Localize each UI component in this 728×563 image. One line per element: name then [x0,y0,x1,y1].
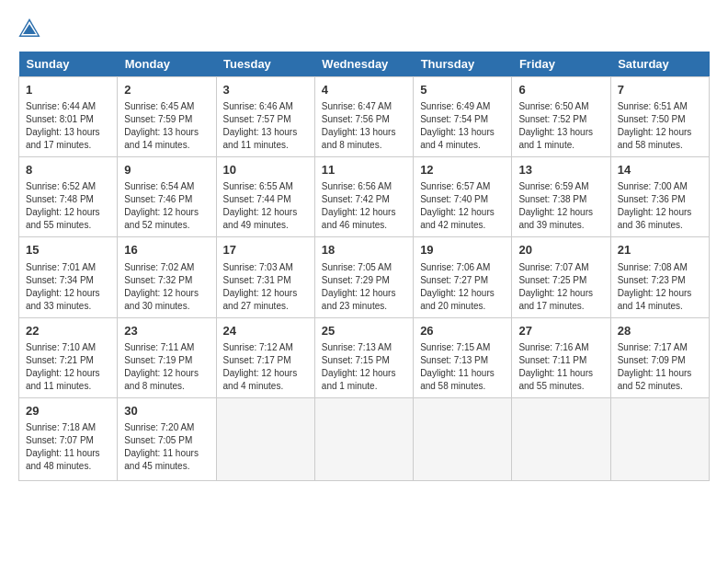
day-number: 30 [124,403,209,419]
calendar-cell: 19Sunrise: 7:06 AM Sunset: 7:27 PM Dayli… [414,237,512,317]
day-info: Sunrise: 6:52 AM Sunset: 7:48 PM Dayligh… [26,180,110,232]
day-number: 17 [223,242,308,259]
day-info: Sunrise: 7:16 AM Sunset: 7:11 PM Dayligh… [518,341,603,393]
week-row-5: 29Sunrise: 7:18 AM Sunset: 7:07 PM Dayli… [19,397,710,480]
calendar-table: SundayMondayTuesdayWednesdayThursdayFrid… [18,52,710,481]
day-number: 4 [322,82,406,98]
header-thursday: Thursday [414,52,512,77]
calendar-cell: 3Sunrise: 6:46 AM Sunset: 7:57 PM Daylig… [216,77,314,157]
calendar-cell: 23Sunrise: 7:11 AM Sunset: 7:19 PM Dayli… [118,317,216,397]
calendar-cell: 7Sunrise: 6:51 AM Sunset: 7:50 PM Daylig… [610,77,709,157]
day-info: Sunrise: 7:05 AM Sunset: 7:29 PM Dayligh… [322,261,406,313]
header-saturday: Saturday [610,52,709,77]
header-friday: Friday [512,52,610,77]
day-number: 6 [518,82,603,98]
day-number: 9 [124,162,209,178]
calendar-cell: 5Sunrise: 6:49 AM Sunset: 7:54 PM Daylig… [414,77,512,157]
calendar-cell: 24Sunrise: 7:12 AM Sunset: 7:17 PM Dayli… [216,317,314,397]
calendar-cell: 10Sunrise: 6:55 AM Sunset: 7:44 PM Dayli… [216,157,314,237]
calendar-cell: 1Sunrise: 6:44 AM Sunset: 8:01 PM Daylig… [19,77,118,157]
day-info: Sunrise: 7:07 AM Sunset: 7:25 PM Dayligh… [518,261,603,313]
day-info: Sunrise: 7:13 AM Sunset: 7:15 PM Dayligh… [322,341,406,393]
calendar-cell: 17Sunrise: 7:03 AM Sunset: 7:31 PM Dayli… [216,237,314,317]
header [18,18,710,37]
day-info: Sunrise: 6:46 AM Sunset: 7:57 PM Dayligh… [223,100,308,152]
calendar-cell: 14Sunrise: 7:00 AM Sunset: 7:36 PM Dayli… [610,157,709,237]
day-info: Sunrise: 7:10 AM Sunset: 7:21 PM Dayligh… [26,341,110,393]
day-number: 2 [124,82,209,98]
day-number: 25 [322,323,406,339]
day-number: 14 [618,162,702,178]
calendar-cell: 16Sunrise: 7:02 AM Sunset: 7:32 PM Dayli… [118,237,216,317]
day-number: 5 [420,82,505,98]
day-number: 12 [420,162,505,178]
day-info: Sunrise: 7:20 AM Sunset: 7:05 PM Dayligh… [124,421,209,473]
day-number: 3 [223,82,308,98]
calendar-cell [216,397,314,480]
week-row-4: 22Sunrise: 7:10 AM Sunset: 7:21 PM Dayli… [19,317,710,397]
week-row-2: 8Sunrise: 6:52 AM Sunset: 7:48 PM Daylig… [19,157,710,237]
calendar-cell: 29Sunrise: 7:18 AM Sunset: 7:07 PM Dayli… [19,397,118,480]
day-number: 23 [124,323,209,339]
days-header-row: SundayMondayTuesdayWednesdayThursdayFrid… [19,52,710,77]
day-number: 15 [26,242,110,259]
calendar-cell: 8Sunrise: 6:52 AM Sunset: 7:48 PM Daylig… [19,157,118,237]
calendar-cell: 25Sunrise: 7:13 AM Sunset: 7:15 PM Dayli… [314,317,413,397]
calendar-cell: 13Sunrise: 6:59 AM Sunset: 7:38 PM Dayli… [512,157,610,237]
calendar-cell: 2Sunrise: 6:45 AM Sunset: 7:59 PM Daylig… [118,77,216,157]
day-info: Sunrise: 7:03 AM Sunset: 7:31 PM Dayligh… [223,261,308,313]
calendar-cell: 6Sunrise: 6:50 AM Sunset: 7:52 PM Daylig… [512,77,610,157]
header-monday: Monday [118,52,216,77]
day-number: 21 [618,242,702,259]
day-info: Sunrise: 7:01 AM Sunset: 7:34 PM Dayligh… [26,261,110,313]
day-number: 27 [518,323,603,339]
day-number: 24 [223,323,308,339]
day-info: Sunrise: 7:06 AM Sunset: 7:27 PM Dayligh… [420,261,505,313]
day-info: Sunrise: 6:45 AM Sunset: 7:59 PM Dayligh… [124,100,209,152]
day-info: Sunrise: 6:51 AM Sunset: 7:50 PM Dayligh… [618,100,702,152]
day-info: Sunrise: 7:15 AM Sunset: 7:13 PM Dayligh… [420,341,505,393]
day-info: Sunrise: 6:44 AM Sunset: 8:01 PM Dayligh… [26,100,110,152]
calendar-cell [414,397,512,480]
day-number: 22 [26,323,110,339]
day-info: Sunrise: 6:59 AM Sunset: 7:38 PM Dayligh… [518,180,603,232]
calendar-cell: 28Sunrise: 7:17 AM Sunset: 7:09 PM Dayli… [610,317,709,397]
day-info: Sunrise: 7:12 AM Sunset: 7:17 PM Dayligh… [223,341,308,393]
day-number: 28 [618,323,702,339]
header-sunday: Sunday [19,52,118,77]
day-number: 16 [124,242,209,259]
calendar-cell: 4Sunrise: 6:47 AM Sunset: 7:56 PM Daylig… [314,77,413,157]
day-info: Sunrise: 6:49 AM Sunset: 7:54 PM Dayligh… [420,100,505,152]
calendar-cell: 18Sunrise: 7:05 AM Sunset: 7:29 PM Dayli… [314,237,413,317]
calendar-cell: 30Sunrise: 7:20 AM Sunset: 7:05 PM Dayli… [118,397,216,480]
day-info: Sunrise: 6:50 AM Sunset: 7:52 PM Dayligh… [518,100,603,152]
day-info: Sunrise: 6:47 AM Sunset: 7:56 PM Dayligh… [322,100,406,152]
calendar-cell [314,397,413,480]
day-number: 10 [223,162,308,178]
day-info: Sunrise: 6:57 AM Sunset: 7:40 PM Dayligh… [420,180,505,232]
week-row-3: 15Sunrise: 7:01 AM Sunset: 7:34 PM Dayli… [19,237,710,317]
calendar-cell [512,397,610,480]
header-wednesday: Wednesday [314,52,413,77]
day-info: Sunrise: 6:54 AM Sunset: 7:46 PM Dayligh… [124,180,209,232]
day-number: 18 [322,242,406,259]
day-number: 26 [420,323,505,339]
calendar-cell: 12Sunrise: 6:57 AM Sunset: 7:40 PM Dayli… [414,157,512,237]
day-info: Sunrise: 7:18 AM Sunset: 7:07 PM Dayligh… [26,421,110,473]
logo-icon [18,18,40,37]
calendar-cell [610,397,709,480]
day-number: 7 [618,82,702,98]
day-number: 20 [518,242,603,259]
calendar-cell: 21Sunrise: 7:08 AM Sunset: 7:23 PM Dayli… [610,237,709,317]
day-number: 29 [26,403,110,419]
week-row-1: 1Sunrise: 6:44 AM Sunset: 8:01 PM Daylig… [19,77,710,157]
calendar-cell: 9Sunrise: 6:54 AM Sunset: 7:46 PM Daylig… [118,157,216,237]
day-info: Sunrise: 6:55 AM Sunset: 7:44 PM Dayligh… [223,180,308,232]
day-number: 19 [420,242,505,259]
calendar-cell: 27Sunrise: 7:16 AM Sunset: 7:11 PM Dayli… [512,317,610,397]
calendar-cell: 20Sunrise: 7:07 AM Sunset: 7:25 PM Dayli… [512,237,610,317]
day-info: Sunrise: 7:11 AM Sunset: 7:19 PM Dayligh… [124,341,209,393]
calendar-cell: 11Sunrise: 6:56 AM Sunset: 7:42 PM Dayli… [314,157,413,237]
calendar-cell: 22Sunrise: 7:10 AM Sunset: 7:21 PM Dayli… [19,317,118,397]
calendar-cell: 26Sunrise: 7:15 AM Sunset: 7:13 PM Dayli… [414,317,512,397]
